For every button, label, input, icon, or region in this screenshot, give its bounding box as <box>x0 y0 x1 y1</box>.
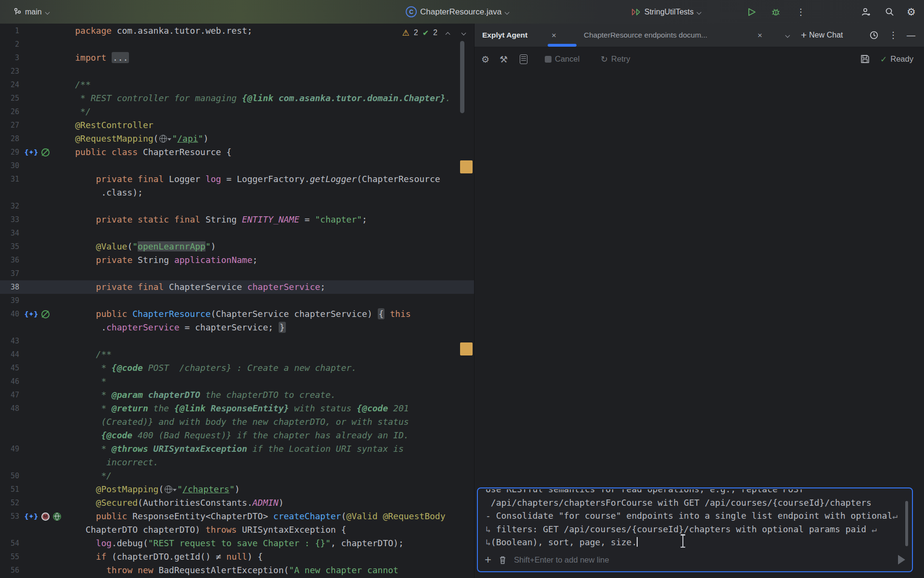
line-number: 50 <box>0 469 21 483</box>
run-config-name: StringUtilTests <box>644 8 693 16</box>
code-with-me-button[interactable] <box>860 0 871 24</box>
code-text: ChapterDTO chapterDTO) throws URISyntaxE… <box>75 523 346 537</box>
endpoint-globe-icon[interactable] <box>53 512 61 521</box>
chat-line: ↳(Boolean), sort, page, size. <box>486 536 899 549</box>
ai-generate-icon[interactable]: {✦} <box>24 510 38 523</box>
code-editor[interactable]: 1package com.asanka.tutor.web.rest;23imp… <box>0 24 474 578</box>
tab-list-dropdown[interactable] <box>785 24 790 47</box>
code-line: 50 */ <box>0 469 474 483</box>
line-number: 53 <box>0 510 21 523</box>
chat-report-button[interactable] <box>520 47 527 71</box>
recursive-call-icon[interactable]: M <box>41 512 50 521</box>
history-icon <box>869 30 879 40</box>
gutter <box>21 321 75 334</box>
debug-button[interactable] <box>770 0 781 24</box>
prev-problem-icon[interactable] <box>446 30 450 35</box>
chat-settings-button[interactable]: ⚙ <box>481 47 489 71</box>
code-line: 33 private static final String ENTITY_NA… <box>0 213 474 226</box>
line-number <box>0 321 21 334</box>
chat-input[interactable]: Use RESTful semantics for read operation… <box>477 487 913 572</box>
code-text: import ... <box>75 51 129 65</box>
cancel-button[interactable]: Cancel <box>545 47 579 71</box>
code-text: @RequestMapping("/api") <box>75 132 208 145</box>
editor-scrollbar[interactable] <box>460 41 464 113</box>
search-everywhere-button[interactable] <box>885 0 895 24</box>
tab-label: ChapterResource endpoints docum... <box>584 31 707 39</box>
line-number: 46 <box>0 375 21 388</box>
send-icon[interactable] <box>898 555 905 565</box>
code-line: 28@RequestMapping("/api") <box>0 132 474 145</box>
tab-close-button[interactable]: × <box>757 24 762 47</box>
run-button[interactable] <box>747 0 757 24</box>
code-text: .chapterService = chapterService; } <box>75 321 286 334</box>
chevron-down-icon <box>167 138 171 141</box>
inspections-widget[interactable]: ⚠ 2 ✔ 2 <box>402 28 466 38</box>
retry-label: Retry <box>611 54 630 64</box>
globe-mapping-icon[interactable] <box>164 484 177 494</box>
ai-generate-icon[interactable]: {✦} <box>24 307 38 321</box>
code-line: 2 <box>0 38 474 51</box>
line-number: 3 <box>0 51 21 65</box>
file-switcher[interactable]: C ChapterResource.java <box>406 0 510 24</box>
chat-line: ↳ filters: GET /api/courses/{courseId}/c… <box>486 523 899 536</box>
panel-more-button[interactable]: ⋮ <box>889 24 898 47</box>
gutter <box>21 267 75 280</box>
branch-widget[interactable]: main <box>13 0 50 24</box>
line-number: 55 <box>0 550 21 564</box>
code-text: @PostMapping("/chapters") <box>75 483 240 496</box>
code-line: 38 private final ChapterService chapterS… <box>0 280 474 294</box>
code-line: 3import ... <box>0 51 474 65</box>
code-line: 30 <box>0 159 474 172</box>
next-problem-icon[interactable] <box>462 30 466 35</box>
gutter <box>21 429 75 442</box>
run-disabled-icon[interactable] <box>41 148 50 157</box>
tab-close-button[interactable]: × <box>552 24 556 47</box>
run-disabled-icon[interactable] <box>41 310 50 318</box>
trash-icon[interactable] <box>499 555 507 565</box>
retry-button[interactable]: ↻ Retry <box>601 47 630 71</box>
code-line: 46 * <box>0 375 474 388</box>
gutter <box>21 199 75 213</box>
tab-chapterresource-endpoints[interactable]: ChapterResource endpoints docum... <box>584 24 707 47</box>
ai-generate-icon[interactable]: {✦} <box>24 145 38 159</box>
status-label: Ready <box>890 54 913 64</box>
gutter <box>21 402 75 415</box>
chat-history-button[interactable] <box>869 24 879 47</box>
more-actions[interactable]: ⋮ <box>796 0 805 24</box>
chat-input-scrollbar[interactable] <box>905 501 908 546</box>
ready-check-icon: ✓ <box>880 54 887 64</box>
save-chat-button[interactable] <box>860 47 870 71</box>
gutter <box>21 159 75 172</box>
code-line: 35 @Value("openLearnrApp") <box>0 240 474 253</box>
settings-button[interactable]: ⚙ <box>907 0 924 24</box>
ibeam-cursor <box>682 535 683 547</box>
gutter <box>21 105 75 118</box>
chat-input-text[interactable]: Use RESTful semantics for read operation… <box>486 489 899 550</box>
code-text: /** <box>75 348 112 361</box>
warning-stripe-marker <box>460 342 473 355</box>
gutter <box>21 280 75 294</box>
gutter <box>21 132 75 145</box>
run-config-selector[interactable]: StringUtilTests <box>631 0 702 24</box>
attach-plus-icon[interactable]: + <box>485 554 491 565</box>
line-number: 40 <box>0 307 21 321</box>
line-number: 2 <box>0 38 21 51</box>
new-chat-button[interactable]: + New Chat <box>801 24 843 47</box>
globe-icon <box>159 135 167 143</box>
code-line: .class); <box>0 186 474 199</box>
line-number: 26 <box>0 105 21 118</box>
code-line: 51 @PostMapping("/chapters") <box>0 483 474 496</box>
editor-rows: 1package com.asanka.tutor.web.rest;23imp… <box>0 24 474 577</box>
code-text: @Secured(AuthoritiesConstants.ADMIN) <box>75 496 284 510</box>
code-line: 43 <box>0 334 474 348</box>
hide-panel-button[interactable]: — <box>907 24 915 47</box>
tab-label: Explyt Agent <box>482 31 527 39</box>
tab-explyt-agent[interactable]: Explyt Agent <box>482 24 527 47</box>
code-text: {@code 400 (Bad Request)} if the chapter… <box>75 429 409 442</box>
plus-icon: + <box>801 29 807 41</box>
globe-mapping-icon[interactable] <box>158 133 172 144</box>
save-icon <box>860 54 870 64</box>
line-number: 39 <box>0 294 21 307</box>
settings-icon: ⚙ <box>907 6 916 18</box>
chat-tools-button[interactable]: ⚒ <box>500 47 508 71</box>
